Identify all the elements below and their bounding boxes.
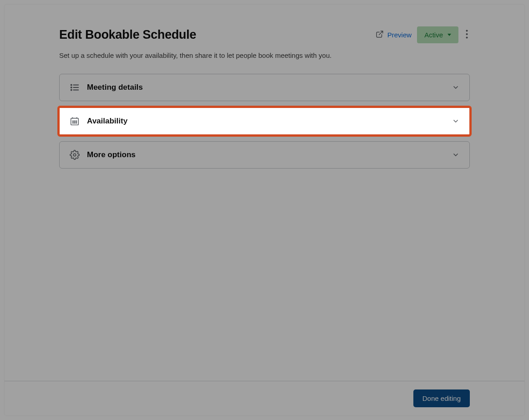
page-title: Edit Bookable Schedule	[59, 28, 196, 42]
svg-point-8	[71, 89, 72, 90]
accordion-label: More options	[87, 150, 452, 159]
preview-label: Preview	[387, 31, 412, 39]
svg-line-0	[379, 31, 382, 35]
svg-point-19	[73, 154, 76, 156]
accordion-label: Availability	[87, 117, 452, 126]
status-label: Active	[424, 31, 443, 39]
chevron-down-icon	[452, 84, 459, 91]
accordion-meeting-details[interactable]: Meeting details	[59, 74, 470, 101]
svg-point-26	[72, 123, 73, 123]
preview-link[interactable]: Preview	[376, 30, 412, 40]
kebab-menu-button[interactable]	[464, 28, 470, 42]
header-actions: Preview Active	[376, 26, 470, 43]
svg-point-23	[72, 121, 73, 122]
list-icon	[70, 82, 80, 92]
svg-point-6	[71, 87, 72, 88]
main-content: Edit Bookable Schedule Preview Active	[5, 5, 524, 381]
accordion-more-options[interactable]: More options	[59, 141, 470, 169]
svg-point-1	[466, 30, 468, 31]
header-row: Edit Bookable Schedule Preview Active	[59, 26, 470, 43]
svg-point-25	[76, 121, 77, 122]
svg-point-27	[74, 123, 75, 123]
svg-point-24	[74, 121, 75, 122]
svg-point-3	[466, 36, 468, 38]
accordion-availability-highlight[interactable]: Availability	[57, 106, 472, 137]
status-dropdown[interactable]: Active	[417, 26, 458, 43]
page-description: Set up a schedule with your availability…	[59, 51, 470, 59]
footer-bar: Done editing	[5, 381, 524, 415]
calendar-icon	[70, 116, 80, 126]
svg-point-28	[76, 123, 77, 123]
page-wrapper: Edit Bookable Schedule Preview Active	[5, 5, 524, 415]
svg-point-2	[466, 33, 468, 35]
done-editing-button[interactable]: Done editing	[413, 389, 470, 407]
chevron-down-icon	[452, 118, 459, 125]
chevron-down-icon	[452, 151, 459, 159]
svg-point-4	[71, 84, 72, 85]
gear-icon	[70, 150, 80, 160]
external-link-icon	[376, 30, 384, 40]
accordion-label: Meeting details	[87, 83, 452, 92]
caret-down-icon	[448, 34, 451, 36]
